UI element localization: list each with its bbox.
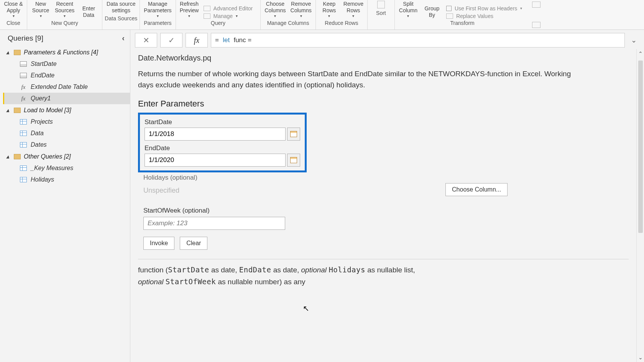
table-icon [20, 119, 27, 124]
close-apply-button[interactable]: Close & Apply [4, 1, 23, 19]
startofweek-input[interactable] [143, 217, 285, 230]
ribbon-group-query: Refresh Preview Advanced Editor Manage Q… [176, 0, 261, 29]
remove-rows-button[interactable]: Remove Rows [343, 1, 363, 19]
holidays-label: Holidays (optional) [138, 172, 629, 183]
use-first-row-headers-button[interactable]: Use First Row as Headers▾ [446, 5, 522, 11]
ribbon-group-managecolumns: Choose Columns Remove Columns Manage Col… [261, 0, 316, 29]
enddate-label: EndDate [145, 141, 300, 154]
formula-fx-button[interactable]: fx [186, 33, 208, 48]
function-signature: function (StartDate as date, EndDate as … [138, 264, 629, 288]
invoke-button[interactable]: Invoke [143, 237, 174, 250]
choose-column-button[interactable]: Choose Column... [445, 183, 508, 196]
tree-item-startdate[interactable]: StartDate [3, 58, 130, 70]
ribbon-group-label: Close [2, 19, 25, 27]
tree-item-projects[interactable]: Projects [3, 116, 130, 128]
manage-button[interactable]: Manage [204, 13, 238, 19]
startofweek-label: StartOfWeek (optional) [138, 196, 629, 217]
tree-folder[interactable]: ▴Load to Model [3] [3, 104, 130, 116]
manage-icon [204, 13, 210, 19]
startdate-input[interactable] [145, 128, 286, 141]
ribbon-group-datasources: Data source settings Data Sources [102, 0, 140, 29]
vertical-scrollbar[interactable]: ⌃ ⌄ [636, 49, 644, 362]
page-description: Returns the number of whole working days… [138, 67, 575, 97]
keep-rows-button[interactable]: Keep Rows [320, 1, 339, 19]
ribbon-group-label: Manage Columns [263, 19, 313, 27]
ribbon-collapse-icon[interactable] [532, 22, 540, 28]
formula-bar: ✕ ✓ fx = let func = ⌄ [130, 30, 644, 49]
sort-asc-button[interactable] [371, 1, 391, 9]
tree-item-extended-date-table[interactable]: fxExtended Date Table [3, 81, 130, 93]
data-source-settings-button[interactable]: Data source settings [107, 1, 135, 15]
folder-icon [14, 108, 21, 113]
fx-icon: fx [20, 95, 27, 102]
recent-sources-button[interactable]: Recent Sources [55, 1, 74, 19]
tree-folder[interactable]: ▴Other Queries [2] [3, 151, 130, 162]
clear-button[interactable]: Clear [180, 237, 207, 250]
ribbon-group-close: Close & Apply Close [0, 0, 27, 29]
startdate-label: StartDate [145, 118, 300, 128]
advanced-editor-button[interactable]: Advanced Editor [204, 5, 253, 11]
folder-icon [14, 154, 21, 159]
enddate-calendar-button[interactable] [287, 154, 300, 167]
table-icon [20, 131, 27, 136]
ribbon-overflow-icon[interactable] [532, 2, 540, 8]
checkbox-icon [446, 6, 452, 11]
replace-icon [446, 13, 453, 19]
tree-item-data[interactable]: Data [3, 128, 130, 139]
startdate-calendar-button[interactable] [287, 128, 300, 141]
tree-folder[interactable]: ▴Parameters & Functions [4] [3, 46, 130, 58]
replace-values-button[interactable]: Replace Values [446, 13, 493, 19]
queries-sidebar: Queries [9] ‹ ▴Parameters & Functions [4… [0, 30, 130, 362]
formula-cancel-button[interactable]: ✕ [135, 33, 157, 48]
scrollbar-thumb[interactable] [638, 61, 643, 233]
holidays-value: Unspecified [138, 185, 185, 195]
ribbon-group-label: New Query [30, 19, 100, 27]
manage-parameters-button[interactable]: Manage Parameters [144, 1, 171, 19]
ribbon-group-label: Transform [397, 19, 527, 27]
tree-item-holidays[interactable]: Holidays [3, 174, 130, 185]
sidebar-title: Queries [9] [8, 34, 43, 43]
formula-commit-button[interactable]: ✓ [160, 33, 182, 48]
ribbon-tail [530, 0, 543, 29]
tree-item-query1[interactable]: fxQuery1 [3, 93, 130, 104]
parameter-icon [20, 73, 27, 78]
split-column-button[interactable]: Split Column [399, 1, 418, 19]
tree-item-enddate[interactable]: EndDate [3, 70, 130, 81]
remove-columns-button[interactable]: Remove Columns [291, 1, 312, 19]
ribbon: Close & Apply Close New Source Recent So… [0, 0, 644, 30]
queries-tree: ▴Parameters & Functions [4] StartDate En… [0, 45, 130, 185]
divider [138, 259, 629, 259]
ribbon-group-label: Reduce Rows [318, 19, 365, 27]
ribbon-group-reducerows: Keep Rows Remove Rows Reduce Rows [316, 0, 368, 29]
ribbon-group-transform: Split Column Group By Use First Row as H… [395, 0, 530, 29]
scroll-up-icon[interactable]: ⌃ [638, 51, 643, 57]
content-area: ✕ ✓ fx = let func = ⌄ Date.Networkdays.p… [130, 30, 644, 362]
table-icon [20, 177, 27, 182]
choose-columns-button[interactable]: Choose Columns [264, 1, 286, 19]
collapse-sidebar-button[interactable]: ‹ [122, 34, 125, 43]
section-header: Enter Parameters [138, 97, 629, 113]
tree-item-key-measures[interactable]: _Key Measures [3, 162, 130, 174]
formula-input[interactable]: = let func = [211, 33, 625, 48]
ribbon-group-label: Parameters [142, 19, 173, 27]
date-params-highlight: StartDate EndDate [138, 113, 307, 172]
enddate-input[interactable] [145, 154, 286, 167]
formula-expand-button[interactable]: ⌄ [628, 33, 639, 48]
refresh-preview-button[interactable]: Refresh Preview [180, 1, 199, 19]
ribbon-group-parameters: Manage Parameters Parameters [140, 0, 176, 29]
page-title: Date.Networkdays.pq [138, 51, 629, 67]
editor-icon [204, 6, 210, 11]
enter-data-button[interactable]: Enter Data [79, 5, 98, 19]
calendar-icon [290, 157, 297, 163]
group-by-button[interactable]: Group By [422, 5, 442, 19]
fx-icon: fx [20, 84, 27, 90]
table-icon [20, 142, 27, 147]
calendar-icon [290, 131, 297, 137]
new-source-button[interactable]: New Source [31, 1, 50, 19]
ribbon-group-newquery: New Source Recent Sources Enter Data New… [27, 0, 102, 29]
scroll-down-icon[interactable]: ⌄ [638, 354, 643, 360]
ribbon-group-sort: Sort [368, 0, 395, 29]
ribbon-group-label: Query [178, 19, 258, 27]
ribbon-group-label: Data Sources [105, 15, 137, 22]
tree-item-dates[interactable]: Dates [3, 139, 130, 151]
